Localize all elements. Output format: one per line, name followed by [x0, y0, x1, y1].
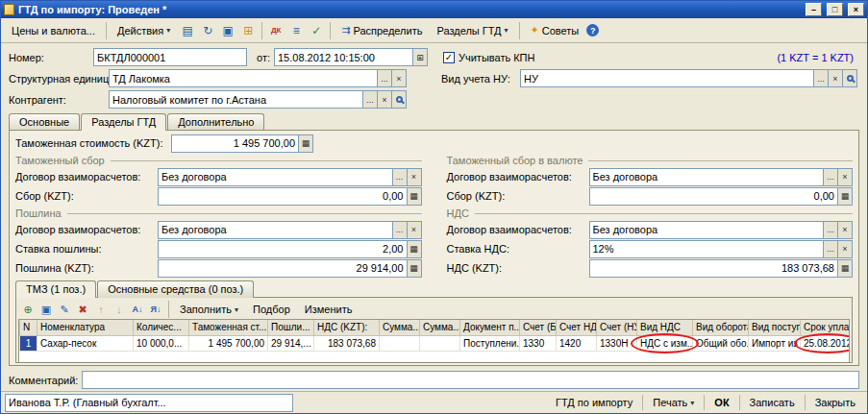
- comment-input[interactable]: [82, 371, 859, 389]
- reread-icon[interactable]: ↻: [198, 21, 217, 40]
- help-icon[interactable]: ?: [586, 24, 599, 37]
- maximize-button[interactable]: □: [827, 3, 843, 16]
- sort-descending-icon[interactable]: Я↓: [147, 301, 164, 318]
- dots-icon[interactable]: ...: [824, 240, 838, 258]
- fee-currency-group-caption: Таможенный сбор в валюте: [447, 154, 854, 167]
- vat-kind-cell[interactable]: НДС с изм...: [637, 335, 693, 351]
- clear-icon[interactable]: ×: [378, 90, 392, 109]
- fee-currency-amount-input[interactable]: 0,00: [589, 187, 839, 206]
- posting-dtkt-icon[interactable]: ДК: [266, 21, 285, 40]
- fee-group-title: Таможенный сбор: [15, 155, 105, 166]
- copy-row-icon[interactable]: ▣: [37, 301, 55, 318]
- close-form-button[interactable]: Закрыть: [807, 395, 863, 410]
- dots-icon[interactable]: ...: [824, 168, 838, 186]
- gtd-import-button[interactable]: ГТД по импорту: [548, 395, 640, 410]
- dots-icon[interactable]: ...: [393, 221, 408, 239]
- actions-button[interactable]: Действия ▾: [111, 21, 177, 40]
- clear-icon[interactable]: ×: [829, 69, 843, 87]
- turnover-kind-cell[interactable]: Общий обо...: [693, 335, 749, 351]
- calculator-icon[interactable]: ▦: [408, 240, 422, 258]
- account-nu-cell[interactable]: 1330Н: [597, 335, 637, 351]
- calculator-icon[interactable]: ▦: [299, 134, 313, 153]
- clear-icon[interactable]: ×: [838, 168, 853, 186]
- clear-icon[interactable]: ×: [838, 240, 853, 258]
- clear-icon[interactable]: ×: [408, 168, 422, 186]
- account-vat-cell[interactable]: 1420: [557, 335, 597, 351]
- fill-button[interactable]: Заполнить ▾: [173, 300, 245, 319]
- account-bu-cell[interactable]: 1330: [520, 335, 557, 351]
- tab-additional[interactable]: Дополнительно: [167, 113, 264, 131]
- quantity-cell[interactable]: 10 000,0...: [134, 335, 189, 351]
- contractor-input[interactable]: Налоговый комитет по г.Астана: [109, 90, 363, 109]
- clear-icon[interactable]: ×: [392, 69, 407, 87]
- copy-icon[interactable]: ▣: [218, 21, 237, 40]
- document-cell[interactable]: Поступлени...: [460, 335, 520, 351]
- minimize-button[interactable]: –: [806, 3, 822, 16]
- dots-icon[interactable]: ...: [363, 90, 378, 109]
- title-bar[interactable]: ГТД по импорту: Проведен * – □ ×: [1, 1, 867, 18]
- change-button[interactable]: Изменить: [298, 300, 360, 319]
- fee-contract-input[interactable]: Без договора: [158, 168, 393, 186]
- vat-rate-input[interactable]: 12%: [589, 240, 825, 258]
- duty-cell[interactable]: 29 914,...: [268, 335, 314, 351]
- vat-contract-input[interactable]: Без договора: [589, 221, 825, 239]
- delete-row-icon[interactable]: ✖: [74, 301, 91, 318]
- sum2-cell[interactable]: [420, 335, 460, 351]
- structure-icon[interactable]: ⊞: [238, 21, 258, 40]
- save-icon[interactable]: ▤: [178, 21, 197, 40]
- customs-value-input[interactable]: 1 495 700,00: [171, 134, 299, 153]
- structural-unit-input[interactable]: ТД Лакомка: [109, 69, 378, 87]
- calendar-icon[interactable]: ⊞: [413, 48, 428, 66]
- fee-amount-input[interactable]: 0,00: [158, 187, 408, 206]
- clear-icon[interactable]: ×: [408, 221, 422, 239]
- ok-button[interactable]: ОК: [707, 395, 736, 410]
- advice-button[interactable]: ✦ Советы: [524, 20, 586, 40]
- pick-button[interactable]: Подбор: [246, 300, 297, 319]
- kpn-checkbox[interactable]: ✓: [443, 52, 455, 63]
- tab-gtd-sections[interactable]: Разделы ГТД: [81, 113, 166, 131]
- row-number-cell[interactable]: 1: [20, 335, 37, 351]
- tab-fixed-assets[interactable]: Основные средства (0 поз.): [97, 280, 254, 298]
- add-row-icon[interactable]: ⊕: [19, 301, 37, 318]
- print-button[interactable]: Печать ▾: [645, 395, 702, 410]
- duty-amount-input[interactable]: 29 914,00: [158, 259, 408, 278]
- gtd-sections-button[interactable]: Разделы ГТД ▾: [430, 21, 514, 40]
- distribute-button[interactable]: ⇉ Распределить: [335, 20, 429, 40]
- number-input[interactable]: БКТДЛ000001: [93, 48, 247, 66]
- calculator-icon[interactable]: ▦: [408, 187, 422, 206]
- calculator-icon[interactable]: ▦: [838, 259, 853, 278]
- nomenclature-cell[interactable]: Сахар-песок: [37, 335, 134, 351]
- due-date-cell[interactable]: 25.08.2012: [801, 335, 851, 351]
- magnifier-icon[interactable]: [392, 90, 407, 109]
- sum1-cell[interactable]: [380, 335, 420, 351]
- clear-icon[interactable]: ×: [838, 221, 853, 239]
- date-input[interactable]: 15.08.2012 10:15:00: [274, 48, 413, 66]
- nu-kind-input[interactable]: НУ: [520, 69, 814, 87]
- dots-icon[interactable]: ...: [378, 69, 392, 87]
- duty-rate-input[interactable]: 2,00: [158, 240, 408, 258]
- check-fill-icon[interactable]: ✓: [307, 21, 326, 40]
- dots-icon[interactable]: ...: [393, 168, 408, 186]
- tab-tmz[interactable]: ТМЗ (1 поз.): [15, 280, 96, 298]
- customs-value-cell[interactable]: 1 495 700,00: [189, 335, 268, 351]
- dots-icon[interactable]: ...: [824, 221, 838, 239]
- receipt-kind-cell[interactable]: Импорт из ...: [749, 335, 801, 351]
- calculator-icon[interactable]: ▦: [408, 259, 422, 278]
- vat-amount-row: НДС (KZT): 183 073,68 ▦: [447, 258, 854, 278]
- magnifier-icon[interactable]: [843, 69, 857, 87]
- vat-amount-input[interactable]: 183 073,68: [589, 259, 839, 278]
- tab-main[interactable]: Основные: [9, 113, 80, 131]
- calculator-icon[interactable]: ▦: [838, 187, 853, 206]
- movements-list-icon[interactable]: ≡: [286, 21, 306, 40]
- responsible-input[interactable]: Иванова Т.Р. (Главный бухгалт...: [5, 394, 293, 412]
- duty-contract-input[interactable]: Без договора: [158, 221, 393, 239]
- dots-icon[interactable]: ...: [814, 69, 829, 87]
- move-up-icon: ↑: [92, 301, 110, 318]
- prices-currency-button[interactable]: Цены и валюта...: [5, 21, 102, 40]
- write-button[interactable]: Записать: [742, 395, 803, 410]
- sort-ascending-icon[interactable]: А↓: [129, 301, 146, 318]
- edit-row-icon[interactable]: ✎: [56, 301, 73, 318]
- close-button[interactable]: ×: [848, 3, 864, 16]
- vat-cell[interactable]: 183 073,68: [314, 335, 380, 351]
- fee-currency-contract-input[interactable]: Без договора: [589, 168, 825, 186]
